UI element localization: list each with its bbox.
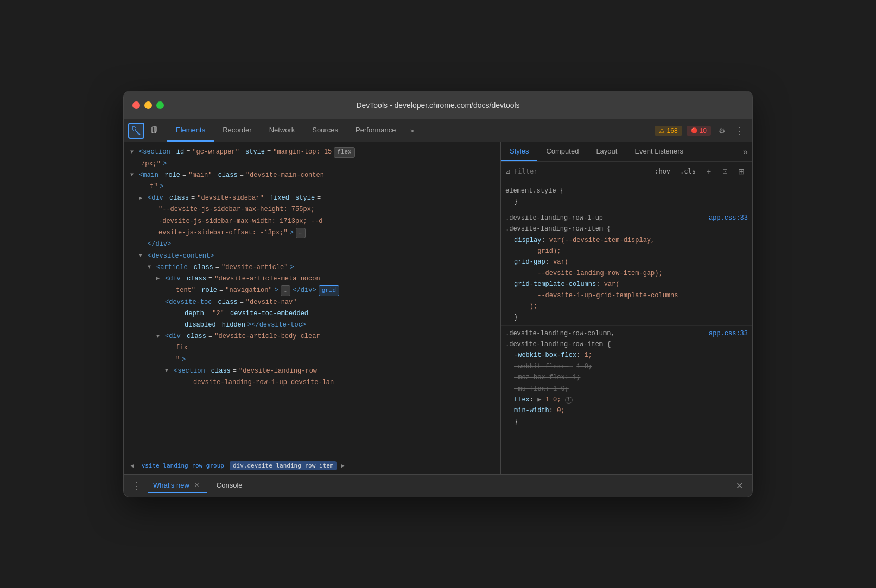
html-line[interactable]: ▼ <main role="main" class="devsite-main-…	[126, 170, 498, 181]
inspect-element-button[interactable]	[128, 123, 144, 139]
warnings-badge[interactable]: ⚠ 168	[655, 126, 682, 136]
settings-icon[interactable]: ⚙	[715, 124, 728, 137]
style-source2[interactable]: app.css:33	[709, 328, 748, 339]
collapse-triangle[interactable]: ▶	[139, 194, 145, 203]
html-line[interactable]: devsite-landing-row-1-up devsite-lan	[126, 377, 498, 388]
bottom-tab-console[interactable]: Console	[211, 479, 248, 493]
svg-rect-0	[132, 127, 136, 130]
style-close: }	[505, 417, 748, 427]
html-line[interactable]: -devsite-js-sidebar-max-width: 1713px; -…	[126, 216, 498, 227]
tab-sources[interactable]: Sources	[303, 119, 347, 142]
tab-elements[interactable]: Elements	[167, 119, 214, 142]
badge-ellipsis[interactable]: …	[296, 228, 306, 239]
breadcrumb-back-arrow[interactable]: ◀	[128, 461, 136, 470]
close-drawer-button[interactable]: ✕	[733, 480, 746, 493]
collapse-triangle[interactable]: ▼	[148, 263, 154, 272]
toolbar-right: ⚠ 168 🔴 10 ⚙ ⋮	[648, 119, 752, 142]
collapse-triangle[interactable]: ▼	[130, 148, 137, 157]
errors-badge[interactable]: 🔴 10	[687, 126, 711, 136]
tab-event-listeners[interactable]: Event Listeners	[626, 142, 692, 161]
device-toolbar-button[interactable]	[147, 123, 163, 139]
style-prop-strikethrough: -ms-flex: 1 0;	[505, 384, 748, 394]
html-line[interactable]: ▼ <section id="gc-wrapper" style="margin…	[126, 146, 498, 158]
html-line[interactable]: ▶ <div class="devsite-article-meta nocon	[126, 273, 498, 285]
badge-grid[interactable]: grid	[319, 285, 339, 296]
style-prop: min-width: 0;	[505, 405, 748, 416]
badge-flex[interactable]: flex	[334, 147, 354, 158]
breadcrumb-item-current[interactable]: div.devsite-landing-row-item	[230, 461, 337, 470]
style-prop: );	[505, 301, 748, 312]
style-selector-line2: .devsite-landing-row-item {	[505, 339, 748, 350]
html-line[interactable]: evsite-js-sidebar-offset: -13px;"> …	[126, 227, 498, 239]
close-button[interactable]	[132, 101, 140, 109]
cls-button[interactable]: .cls	[677, 167, 699, 176]
style-source[interactable]: app.css:33	[709, 213, 748, 223]
html-line[interactable]: ">	[126, 354, 498, 366]
tab-performance[interactable]: Performance	[347, 119, 404, 142]
traffic-lights	[132, 101, 164, 109]
tab-layout[interactable]: Layout	[587, 142, 626, 161]
html-line[interactable]: depth="2" devsite-toc-embedded	[126, 308, 498, 319]
html-line[interactable]: ▼ <div class="devsite-article-body clear	[126, 331, 498, 342]
svg-line-2	[137, 132, 138, 135]
style-prop-strikethrough: -moz-box-flex: 1;	[505, 372, 748, 383]
style-selector: element.style {	[505, 186, 748, 196]
filter-input[interactable]	[514, 168, 648, 175]
collapse-triangle[interactable]: ▶	[156, 274, 163, 283]
tab-styles[interactable]: Styles	[501, 142, 537, 161]
html-line[interactable]: ▼ <section class="devsite-landing-row	[126, 366, 498, 377]
more-style-tabs[interactable]: »	[739, 142, 752, 161]
breadcrumb-forward-arrow[interactable]: ▶	[339, 461, 347, 470]
html-line[interactable]: fix	[126, 342, 498, 354]
bottom-tab-whats-new[interactable]: What's new ✕	[148, 479, 207, 493]
html-line[interactable]: t">	[126, 181, 498, 193]
styles-content[interactable]: element.style { } .devsite-landing-row-1…	[501, 181, 752, 474]
style-block-2: .devsite-landing-row-column, app.css:33 …	[501, 326, 752, 431]
html-line[interactable]: <devsite-toc class="devsite-nav"	[126, 297, 498, 308]
styles-filter-bar: ⊿ :hov .cls + ⊡ ⊞	[501, 162, 752, 181]
tab-network[interactable]: Network	[261, 119, 304, 142]
toggle-element-state[interactable]: ⊡	[719, 165, 732, 178]
style-prop: --devsite-1-up-grid-template-columns	[505, 290, 748, 301]
tab-recorder[interactable]: Recorder	[214, 119, 260, 142]
elements-tree[interactable]: ▼ <section id="gc-wrapper" style="margin…	[124, 142, 500, 457]
more-tabs-button[interactable]: »	[404, 119, 419, 142]
html-line[interactable]: "--devsite-js-sidebar-max-height: 755px;…	[126, 204, 498, 215]
html-line[interactable]: </div>	[126, 239, 498, 250]
breadcrumb-bar: ◀ vsite-landing-row-group div.devsite-la…	[124, 457, 500, 474]
styles-sidebar-pane-button[interactable]: ⊞	[735, 165, 748, 178]
html-line[interactable]: ▶ <div class="devsite-sidebar" fixed sty…	[126, 193, 498, 204]
tab-computed[interactable]: Computed	[537, 142, 587, 161]
maximize-button[interactable]	[156, 101, 164, 109]
collapse-triangle[interactable]: ▼	[165, 367, 172, 375]
add-style-rule-button[interactable]: +	[702, 165, 715, 178]
html-line[interactable]: ▼ <devsite-content>	[126, 251, 498, 262]
devtools-tabbar: Elements Recorder Network Sources Perfor…	[124, 119, 752, 142]
collapse-triangle[interactable]: ▼	[156, 333, 163, 341]
warning-icon: ⚠	[659, 127, 665, 135]
collapse-triangle[interactable]: ▼	[139, 252, 145, 260]
html-line[interactable]: ▼ <article class="devsite-article">	[126, 262, 498, 273]
style-selector-line: .devsite-landing-row-1-up app.css:33	[505, 213, 748, 223]
bottom-dots-menu[interactable]: ⋮	[130, 480, 143, 493]
dots-menu-icon[interactable]: ⋮	[733, 124, 746, 137]
style-prop: grid-gap: var(	[505, 257, 748, 267]
style-close: }	[505, 312, 748, 323]
style-prop: -webkit-box-flex: 1;	[505, 350, 748, 361]
html-line[interactable]: 7px;">	[126, 158, 498, 170]
close-whats-new-tab[interactable]: ✕	[193, 481, 201, 490]
html-line[interactable]: disabled hidden></devsite-toc>	[126, 319, 498, 331]
html-line[interactable]: tent" role="navigation"> … </div> grid	[126, 285, 498, 297]
breadcrumb-item[interactable]: vsite-landing-row-group	[138, 461, 227, 470]
collapse-triangle[interactable]: ▼	[130, 171, 137, 180]
titlebar: DevTools - developer.chrome.com/docs/dev…	[124, 91, 752, 119]
style-prop: grid);	[505, 246, 748, 257]
style-selector-line: .devsite-landing-row-column, app.css:33	[505, 328, 748, 339]
svg-point-5	[154, 131, 155, 132]
hov-button[interactable]: :hov	[651, 167, 674, 176]
devtools-window: DevTools - developer.chrome.com/docs/dev…	[123, 91, 753, 497]
badge-ellipsis2[interactable]: …	[281, 285, 291, 296]
style-prop-strikethrough: -webkit-flex: → 1 0;	[505, 361, 748, 372]
elements-panel: ▼ <section id="gc-wrapper" style="margin…	[124, 142, 501, 474]
minimize-button[interactable]	[144, 101, 152, 109]
